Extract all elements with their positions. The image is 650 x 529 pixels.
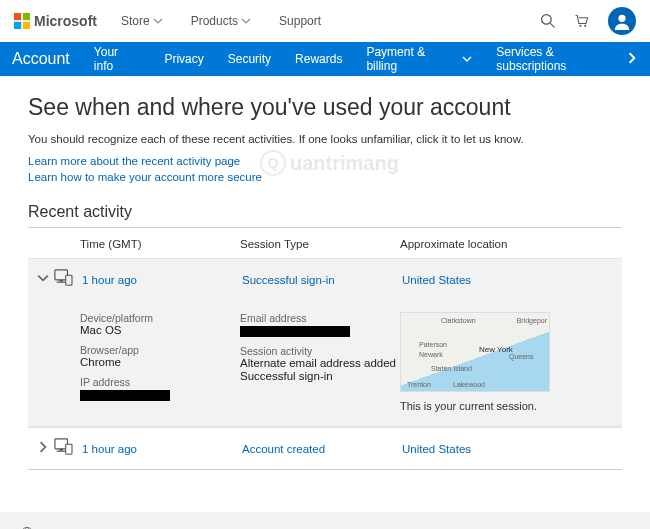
svg-rect-2 (14, 22, 21, 29)
brand-name: Microsoft (34, 13, 97, 29)
device-icon (52, 438, 78, 459)
svg-rect-10 (59, 280, 63, 282)
chevron-down-icon (462, 54, 472, 64)
device-platform-label: Device/platform (80, 312, 240, 324)
nav-payment-billing[interactable]: Payment & billing (366, 45, 472, 73)
col-location: Approximate location (400, 238, 622, 250)
row-session: Account created (242, 443, 402, 455)
chevron-right-icon (626, 52, 638, 64)
svg-point-8 (618, 15, 625, 22)
nav-your-info[interactable]: Your info (94, 45, 141, 73)
row-location: United States (402, 443, 616, 455)
svg-point-6 (579, 25, 581, 27)
nav-products[interactable]: Products (191, 14, 251, 28)
link-learn-activity[interactable]: Learn more about the recent activity pag… (28, 155, 622, 167)
nav-rewards[interactable]: Rewards (295, 52, 342, 66)
chevron-right-icon (37, 441, 49, 453)
microsoft-icon (14, 13, 30, 29)
search-icon[interactable] (540, 13, 556, 29)
browser-app-label: Browser/app (80, 344, 240, 356)
email-address-redacted (240, 326, 350, 337)
activity-details: Device/platform Mac OS Browser/app Chrom… (28, 300, 622, 427)
nav-security[interactable]: Security (228, 52, 271, 66)
link-learn-secure[interactable]: Learn how to make your account more secu… (28, 171, 622, 183)
main-content: See when and where you've used your acco… (0, 76, 650, 494)
svg-point-4 (542, 15, 552, 25)
page-intro: You should recognize each of these recen… (28, 133, 622, 145)
row-time: 1 hour ago (82, 443, 242, 455)
cart-icon[interactable] (574, 13, 590, 29)
account-heading[interactable]: Account (12, 50, 70, 68)
nav-privacy[interactable]: Privacy (164, 52, 203, 66)
chevron-down-icon (241, 16, 251, 26)
table-header: Time (GMT) Session Type Approximate loca… (28, 228, 622, 258)
footer: English (United States) Privacy & cookie… (0, 512, 650, 529)
device-platform-value: Mac OS (80, 324, 240, 336)
recent-activity-heading: Recent activity (28, 203, 622, 221)
row-session: Successful sign-in (242, 274, 402, 286)
ip-address-redacted (80, 390, 170, 401)
browser-app-value: Chrome (80, 356, 240, 368)
session-activity-label: Session activity (240, 345, 400, 357)
svg-line-5 (550, 23, 554, 27)
page-title: See when and where you've used your acco… (28, 94, 622, 121)
svg-rect-0 (14, 13, 21, 20)
collapse-toggle[interactable] (34, 272, 52, 287)
avatar[interactable] (608, 7, 636, 35)
current-session-caption: This is your current session. (400, 400, 616, 412)
activity-row-1[interactable]: 1 hour ago Successful sign-in United Sta… (28, 258, 622, 300)
svg-rect-14 (59, 449, 63, 451)
nav-scroll-right[interactable] (626, 52, 638, 67)
account-nav-bar: Account Your info Privacy Security Rewar… (0, 42, 650, 76)
chevron-down-icon (153, 16, 163, 26)
svg-rect-12 (66, 275, 72, 285)
top-right-icons (540, 7, 636, 35)
svg-rect-1 (23, 13, 30, 20)
svg-rect-3 (23, 22, 30, 29)
email-address-label: Email address (240, 312, 400, 324)
expand-toggle[interactable] (34, 441, 52, 456)
nav-support[interactable]: Support (279, 14, 321, 28)
col-time: Time (GMT) (80, 238, 240, 250)
session-activity-value-1: Alternate email address added (240, 357, 400, 369)
svg-rect-16 (66, 444, 72, 454)
divider (28, 469, 622, 470)
person-icon (613, 12, 631, 30)
activity-row-2[interactable]: 1 hour ago Account created United States (28, 427, 622, 469)
location-map: Clarkstown Bridgepor Paterson Newark New… (400, 312, 550, 392)
row-location: United States (402, 274, 616, 286)
svg-point-7 (584, 25, 586, 27)
row-time: 1 hour ago (82, 274, 242, 286)
nav-store[interactable]: Store (121, 14, 163, 28)
session-activity-value-2: Successful sign-in (240, 370, 400, 382)
ip-address-label: IP address (80, 376, 240, 388)
svg-rect-15 (57, 451, 66, 452)
col-session: Session Type (240, 238, 400, 250)
svg-rect-11 (57, 282, 66, 283)
nav-services-subscriptions[interactable]: Services & subscriptions (496, 45, 626, 73)
chevron-down-icon (37, 272, 49, 284)
device-icon (52, 269, 78, 290)
microsoft-logo[interactable]: Microsoft (14, 13, 97, 29)
top-bar: Microsoft Store Products Support (0, 0, 650, 42)
top-nav: Store Products Support (121, 14, 321, 28)
